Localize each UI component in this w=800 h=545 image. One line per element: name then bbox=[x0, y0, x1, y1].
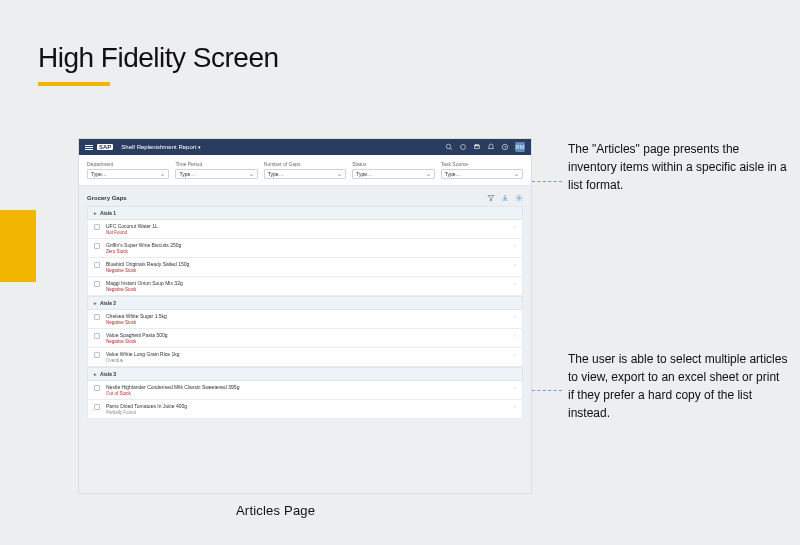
aisle-header[interactable]: ▸Aisle 1 bbox=[87, 206, 523, 220]
checkbox[interactable] bbox=[94, 333, 100, 339]
callout-line-2 bbox=[532, 390, 562, 391]
export-icon[interactable] bbox=[501, 194, 509, 202]
filter-select[interactable]: Type… bbox=[352, 169, 434, 179]
callout-line-1 bbox=[532, 181, 562, 182]
checkbox[interactable] bbox=[94, 385, 100, 391]
filter-time-period: Time Period Type… bbox=[175, 161, 257, 179]
brand-logo: SAP bbox=[97, 144, 113, 150]
article-title: Bluebird Originals Ready Salted 150g bbox=[106, 261, 508, 267]
gear-icon[interactable] bbox=[515, 194, 523, 202]
chevron-right-icon: › bbox=[514, 223, 516, 229]
svg-text:?: ? bbox=[504, 145, 507, 150]
chevron-right-icon: › bbox=[514, 351, 516, 357]
filter-bar: Department Type… Time Period Type… Numbe… bbox=[79, 155, 531, 186]
list-item[interactable]: Bluebird Originals Ready Salted 150gNega… bbox=[87, 258, 523, 277]
article-title: Chelsea White Sugar 1.5kg bbox=[106, 313, 508, 319]
title-underline bbox=[38, 82, 110, 86]
question-icon[interactable]: ? bbox=[501, 143, 509, 151]
filter-select[interactable]: Type… bbox=[175, 169, 257, 179]
list-item[interactable]: Chelsea White Sugar 1.5kgNegative Stock … bbox=[87, 310, 523, 329]
filter-department: Department Type… bbox=[87, 161, 169, 179]
filter-label: Task Source bbox=[441, 161, 523, 167]
list-item[interactable]: Griffin's Super Wine Biscuits 250gZero S… bbox=[87, 239, 523, 258]
status-badge: Negative Stock bbox=[106, 339, 508, 344]
article-title: Value Spaghetti Pasta 500g bbox=[106, 332, 508, 338]
filter-label: Status bbox=[352, 161, 434, 167]
filter-num-gaps: Number of Gaps Type… bbox=[264, 161, 346, 179]
status-badge: Zero Stock bbox=[106, 249, 508, 254]
chevron-right-icon: › bbox=[514, 313, 516, 319]
page-caption: Articles Page bbox=[236, 503, 315, 518]
chevron-right-icon: › bbox=[514, 242, 516, 248]
filter-label: Department bbox=[87, 161, 169, 167]
filter-select[interactable]: Type… bbox=[441, 169, 523, 179]
content-area: Grocery Gaps ▸Aisle 1 UFC Coconut Water … bbox=[79, 186, 531, 423]
status-badge: Not Found bbox=[106, 230, 508, 235]
filter-label: Number of Gaps bbox=[264, 161, 346, 167]
list-item[interactable]: UFC Coconut Water 1LNot Found › bbox=[87, 220, 523, 239]
chevron-down-icon: ▸ bbox=[94, 371, 97, 377]
status-badge: Negative Stock bbox=[106, 268, 508, 273]
aisle-name: Aisle 3 bbox=[100, 371, 116, 377]
status-badge: Negative Stock bbox=[106, 287, 508, 292]
chevron-right-icon: › bbox=[514, 384, 516, 390]
article-title: Griffin's Super Wine Biscuits 250g bbox=[106, 242, 508, 248]
section-title: Grocery Gaps bbox=[87, 195, 127, 201]
article-title: Value White Long Grain Rice 1kg bbox=[106, 351, 508, 357]
list-item[interactable]: Nestle Highlander Condensed Milk Classic… bbox=[87, 381, 523, 400]
chevron-right-icon: › bbox=[514, 261, 516, 267]
status-badge: Partially Found bbox=[106, 410, 508, 415]
annotation-export: The user is able to select multiple arti… bbox=[568, 350, 788, 422]
checkbox[interactable] bbox=[94, 243, 100, 249]
app-frame: SAP Shelf Replenishment Report ? RM Depa… bbox=[78, 138, 532, 494]
checkbox[interactable] bbox=[94, 281, 100, 287]
filter-icon[interactable] bbox=[487, 194, 495, 202]
chevron-down-icon: ▸ bbox=[94, 300, 97, 306]
avatar[interactable]: RM bbox=[515, 142, 525, 152]
accent-sidebar-block bbox=[0, 210, 36, 282]
checkbox[interactable] bbox=[94, 314, 100, 320]
svg-line-1 bbox=[450, 148, 452, 150]
article-title: Pams Diced Tomatoes In Juice 400g bbox=[106, 403, 508, 409]
search-icon[interactable] bbox=[445, 143, 453, 151]
section-header: Grocery Gaps bbox=[87, 190, 523, 206]
chevron-down-icon: ▸ bbox=[94, 210, 97, 216]
status-badge: Overdue bbox=[106, 358, 508, 363]
aisle-header[interactable]: ▸Aisle 2 bbox=[87, 296, 523, 310]
checkbox[interactable] bbox=[94, 224, 100, 230]
article-title: Maggi Instant Onion Soup Mix 32g bbox=[106, 280, 508, 286]
list-item[interactable]: Value White Long Grain Rice 1kgOverdue › bbox=[87, 348, 523, 367]
svg-point-2 bbox=[461, 145, 466, 150]
status-badge: Negative Stock bbox=[106, 320, 508, 325]
copilot-icon[interactable] bbox=[459, 143, 467, 151]
slide-title: High Fidelity Screen bbox=[38, 42, 279, 74]
filter-label: Time Period bbox=[175, 161, 257, 167]
chevron-right-icon: › bbox=[514, 403, 516, 409]
aisle-header[interactable]: ▸Aisle 3 bbox=[87, 367, 523, 381]
filter-status: Status Type… bbox=[352, 161, 434, 179]
article-title: UFC Coconut Water 1L bbox=[106, 223, 508, 229]
svg-point-0 bbox=[446, 144, 451, 149]
chevron-right-icon: › bbox=[514, 280, 516, 286]
filter-select[interactable]: Type… bbox=[87, 169, 169, 179]
annotation-articles: The "Articles" page presents the invento… bbox=[568, 140, 788, 194]
filter-task-source: Task Source Type… bbox=[441, 161, 523, 179]
filter-select[interactable]: Type… bbox=[264, 169, 346, 179]
shellbar: SAP Shelf Replenishment Report ? RM bbox=[79, 139, 531, 155]
checkbox[interactable] bbox=[94, 352, 100, 358]
list-item[interactable]: Pams Diced Tomatoes In Juice 400gPartial… bbox=[87, 400, 523, 419]
menu-icon[interactable] bbox=[85, 143, 93, 151]
bell-icon[interactable] bbox=[487, 143, 495, 151]
svg-point-7 bbox=[518, 197, 521, 200]
aisle-name: Aisle 2 bbox=[100, 300, 116, 306]
status-badge: Out of Stock bbox=[106, 391, 508, 396]
checkbox[interactable] bbox=[94, 404, 100, 410]
chevron-right-icon: › bbox=[514, 332, 516, 338]
print-icon[interactable] bbox=[473, 143, 481, 151]
shellbar-actions: ? RM bbox=[445, 142, 525, 152]
checkbox[interactable] bbox=[94, 262, 100, 268]
page-title-dropdown[interactable]: Shelf Replenishment Report bbox=[117, 144, 441, 150]
aisle-name: Aisle 1 bbox=[100, 210, 116, 216]
list-item[interactable]: Maggi Instant Onion Soup Mix 32gNegative… bbox=[87, 277, 523, 296]
list-item[interactable]: Value Spaghetti Pasta 500gNegative Stock… bbox=[87, 329, 523, 348]
